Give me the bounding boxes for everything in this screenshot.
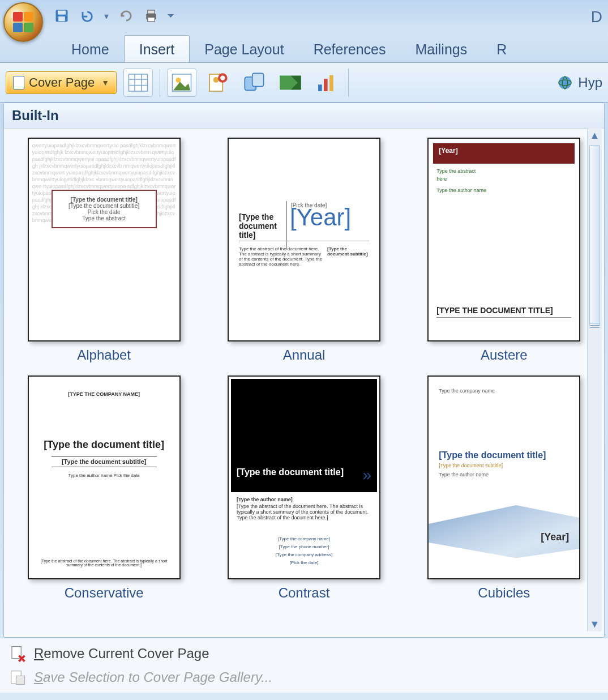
titlebar: ▾ ⏷ D bbox=[0, 0, 608, 32]
year-placeholder: [Year] bbox=[541, 531, 569, 543]
divider bbox=[286, 201, 287, 250]
svg-rect-2 bbox=[58, 16, 65, 21]
thumbnail-label: Conservative bbox=[65, 585, 144, 601]
cubicles-shape bbox=[429, 499, 579, 561]
scroll-down-icon[interactable]: ▼ bbox=[588, 617, 602, 631]
links-group: Hyp bbox=[556, 74, 602, 91]
abstract-placeholder: [Type the author name] [Type the abstrac… bbox=[237, 497, 371, 520]
thumbnail: Type the company name [Type the document… bbox=[427, 375, 580, 579]
office-button[interactable] bbox=[3, 2, 43, 42]
refresh-icon[interactable] bbox=[118, 7, 135, 24]
separator bbox=[348, 69, 349, 97]
company-placeholder: Type the company name bbox=[439, 388, 495, 394]
table-icon[interactable] bbox=[123, 69, 153, 97]
shapes-icon[interactable] bbox=[239, 69, 269, 97]
subtitle-placeholder: [Type the document subtitle] bbox=[52, 456, 157, 467]
scroll-grip-icon bbox=[590, 319, 600, 331]
abstract-placeholder: [Type the abstract of the document here.… bbox=[40, 559, 168, 567]
year-placeholder: [Year] bbox=[290, 204, 351, 231]
tab-review-fragment[interactable]: R bbox=[482, 36, 521, 62]
meta-placeholder: Type the author name Pick the date bbox=[29, 473, 179, 478]
tab-mailings[interactable]: Mailings bbox=[400, 36, 482, 62]
doc-title-placeholder: [TYPE THE DOCUMENT TITLE] bbox=[436, 306, 571, 318]
clip-art-icon[interactable] bbox=[203, 69, 233, 97]
background-text: qwertyuiopasdfghjklzxcvbnmqwertyuio pasd… bbox=[32, 142, 176, 337]
svg-rect-20 bbox=[324, 79, 328, 91]
gallery-footer-menu: RRemove Current Cover Pageemove Current … bbox=[0, 638, 608, 693]
qat-customize-icon[interactable]: ⏷ bbox=[168, 7, 174, 24]
undo-icon[interactable] bbox=[78, 7, 95, 24]
svg-rect-19 bbox=[318, 84, 322, 91]
smartart-icon[interactable] bbox=[276, 69, 305, 97]
gallery-category-header: Built-In bbox=[4, 103, 604, 129]
cover-page-gallery: Built-In qwertyuiopasdfghjklzxcvbnmqwert… bbox=[3, 103, 605, 638]
picture-icon[interactable] bbox=[167, 69, 196, 97]
remove-cover-page-label: RRemove Current Cover Pageemove Current … bbox=[34, 646, 209, 661]
scroll-up-icon[interactable]: ▲ bbox=[588, 128, 602, 143]
thumbnail-label: Cubicles bbox=[478, 585, 530, 601]
scroll-thumb[interactable] bbox=[589, 145, 600, 326]
remove-cover-page-item[interactable]: RRemove Current Cover Pageemove Current … bbox=[6, 642, 602, 665]
dropdown-icon: ▼ bbox=[101, 78, 109, 87]
remove-page-icon bbox=[9, 645, 26, 662]
doc-title-placeholder: [Type the document title] bbox=[29, 439, 179, 451]
tab-home[interactable]: Home bbox=[57, 36, 124, 62]
page-icon bbox=[13, 76, 24, 89]
thumbnail-label: Alphabet bbox=[77, 347, 131, 363]
cover-page-button[interactable]: Cover Page ▼ bbox=[6, 71, 117, 94]
save-to-gallery-label: Save Selection to Cover Page Gallery... bbox=[34, 669, 272, 685]
save-icon[interactable] bbox=[53, 7, 70, 24]
hyperlink-icon[interactable] bbox=[556, 74, 573, 91]
tab-insert[interactable]: Insert bbox=[124, 35, 190, 62]
thumbnail-label: Contrast bbox=[279, 585, 330, 601]
chevron-icon: » bbox=[362, 466, 371, 484]
thumbnail-label: Austere bbox=[481, 347, 528, 363]
abstract-text: Type the abstract here Type the author n… bbox=[436, 167, 486, 194]
svg-rect-18 bbox=[252, 73, 264, 86]
gallery-scrollbar[interactable]: ▲ ▼ bbox=[587, 128, 602, 631]
quick-access-toolbar: ▾ ⏷ bbox=[53, 7, 174, 24]
qat-separator: ▾ bbox=[103, 7, 110, 24]
svg-rect-26 bbox=[16, 676, 25, 685]
lower-text: Type the abstract of the document here. … bbox=[239, 246, 369, 267]
cover-page-label: Cover Page bbox=[29, 75, 95, 90]
gallery-item-alphabet[interactable]: qwertyuiopasdfghjklzxcvbnmqwertyuio pasd… bbox=[21, 138, 187, 363]
gallery-item-conservative[interactable]: [TYPE THE COMPANY NAME] [Type the docume… bbox=[21, 375, 187, 601]
svg-rect-5 bbox=[148, 18, 155, 22]
svg-point-22 bbox=[559, 76, 572, 89]
save-to-gallery-item: Save Selection to Cover Page Gallery... bbox=[6, 665, 602, 689]
thumbnail: [TYPE THE COMPANY NAME] [Type the docume… bbox=[28, 375, 181, 579]
tab-references[interactable]: References bbox=[299, 36, 401, 62]
gallery-item-annual[interactable]: [Type the document title] [Pick the date… bbox=[221, 138, 387, 363]
print-icon[interactable] bbox=[143, 7, 160, 24]
author-placeholder: Type the author name bbox=[439, 472, 489, 477]
svg-point-16 bbox=[220, 75, 225, 80]
thumbnail: [Type the document title] [Pick the date… bbox=[228, 138, 380, 342]
svg-rect-6 bbox=[129, 74, 148, 91]
doc-title-placeholder: [Type the document title] bbox=[237, 467, 344, 477]
save-selection-icon bbox=[9, 669, 26, 686]
tab-page-layout[interactable]: Page Layout bbox=[190, 36, 298, 62]
gallery-grid: qwertyuiopasdfghjklzxcvbnmqwertyuio pasd… bbox=[4, 129, 604, 607]
svg-rect-1 bbox=[58, 11, 66, 15]
thumbnail: [Year] Type the abstract here Type the a… bbox=[427, 138, 580, 342]
thumbnail-label: Annual bbox=[283, 347, 326, 363]
ribbon-tabs: Home Insert Page Layout References Maili… bbox=[0, 32, 608, 63]
divider-line bbox=[239, 241, 369, 241]
gallery-item-austere[interactable]: [Year] Type the abstract here Type the a… bbox=[421, 138, 587, 363]
doc-title-placeholder: [Type the document title] bbox=[239, 212, 283, 240]
svg-rect-21 bbox=[329, 75, 333, 91]
chart-icon[interactable] bbox=[312, 69, 341, 97]
svg-rect-4 bbox=[148, 10, 155, 14]
title-box: [Type the document title] [Type the docu… bbox=[52, 190, 157, 228]
subtitle-placeholder: [Type the document subtitle] bbox=[439, 463, 503, 468]
gallery-item-cubicles[interactable]: Type the company name [Type the document… bbox=[421, 375, 587, 601]
thumbnail: qwertyuiopasdfghjklzxcvbnmqwertyuio pasd… bbox=[28, 138, 181, 342]
hyperlink-label-fragment: Hyp bbox=[578, 75, 602, 91]
doc-title-placeholder: [Type the document title] bbox=[439, 450, 546, 460]
gallery-item-contrast[interactable]: [Type the document title] » [Type the au… bbox=[221, 375, 387, 601]
office-logo-icon bbox=[13, 12, 33, 32]
separator bbox=[160, 69, 160, 97]
window-title-fragment: D bbox=[591, 8, 602, 26]
footer-placeholders: [Type the company name] [Type the phone … bbox=[229, 535, 379, 567]
